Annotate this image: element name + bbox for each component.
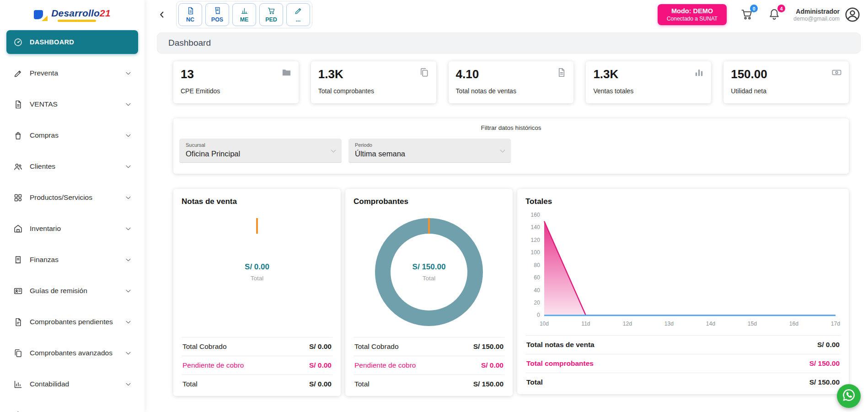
stats-icon <box>694 67 704 78</box>
svg-text:14d: 14d <box>706 321 715 327</box>
charts-row: Notas de venta S/ 0.00 Total T <box>173 189 849 396</box>
summary-row: Pendiente de cobro S/ 0.00 <box>354 356 504 375</box>
sidebar-item-productos-servicios[interactable]: Productos/Servicios <box>6 186 138 209</box>
edit-icon <box>13 69 23 78</box>
user-menu[interactable]: Administrador demo@gmail.com <box>793 8 840 22</box>
svg-text:13d: 13d <box>664 321 674 327</box>
select-value: Última semana <box>355 150 504 158</box>
stat-label: Ventas totales <box>593 87 704 95</box>
sidebar-item-label: Preventa <box>30 69 58 77</box>
sidebar-collapse-button[interactable] <box>157 10 167 20</box>
quick-button-label: NC <box>186 16 194 23</box>
stat-card-utilidad-neta: 150.00 Utilidad neta <box>723 61 849 103</box>
notifications-button[interactable]: 4 <box>768 8 782 21</box>
periodo-select[interactable]: Periodo Última semana <box>348 139 511 163</box>
svg-text:0: 0 <box>537 312 540 318</box>
notas-donut-chart: S/ 0.00 Total <box>182 210 332 334</box>
sidebar-item-comprobantes-pendientes[interactable]: Comprobantes pendientes <box>6 310 138 334</box>
chevron-down-icon <box>125 319 132 326</box>
summary-row: Total comprobantes S/ 150.00 <box>525 354 841 373</box>
quick-button-label: ME <box>240 16 249 23</box>
stat-value: 1.3K <box>318 67 429 81</box>
mode-badge-line1: Modo: DEMO <box>667 7 718 15</box>
sidebar-item-label: Clientes <box>30 162 55 171</box>
quick-button-pos[interactable]: POS <box>205 3 229 26</box>
svg-text:16d: 16d <box>789 321 798 327</box>
notas-venta-card: Notas de venta S/ 0.00 Total T <box>173 189 341 396</box>
app-logo[interactable]: Desarrollo21 <box>0 0 145 29</box>
sidebar-item-compras[interactable]: Compras <box>6 123 138 147</box>
chevron-down-icon <box>125 381 132 388</box>
summary-row: Total notas de venta S/ 0.00 <box>525 335 841 354</box>
avatar[interactable] <box>844 6 861 23</box>
sidebar-item-guias-remision[interactable]: Guías de remisión <box>6 279 138 303</box>
sidebar-item-label: Comprobantes avanzados <box>30 349 113 357</box>
svg-text:12d: 12d <box>623 321 632 327</box>
summary-row: Pendiente de cobro S/ 0.00 <box>182 356 332 375</box>
sidebar-item-finanzas[interactable]: Finanzas <box>6 248 138 272</box>
chevron-down-icon <box>125 101 132 108</box>
cart-badge: 0 <box>750 5 758 12</box>
pencil-icon <box>294 6 303 15</box>
sidebar-item-clientes[interactable]: Clientes <box>6 155 138 178</box>
summary-row: Total Cobrado S/ 150.00 <box>354 337 504 356</box>
svg-text:160: 160 <box>530 212 540 218</box>
chevron-down-icon <box>330 148 337 155</box>
totales-chart-svg: 02040608010012014016010d11d12d13d14d15d1… <box>525 209 841 332</box>
sidebar-item-label: Productos/Servicios <box>30 193 92 202</box>
svg-text:20: 20 <box>534 300 540 306</box>
whatsapp-button[interactable] <box>837 384 861 408</box>
mode-badge-line2: Conectado a SUNAT <box>667 16 718 22</box>
cart-icon <box>267 6 276 15</box>
page-body: Dashboard 13 CPE Emitidos 1.3K Total com… <box>145 29 868 412</box>
quick-button-ped[interactable]: PED <box>259 3 283 26</box>
sidebar-item-inventario[interactable]: Inventario <box>6 217 138 241</box>
topbar: NC POS ME PED ... Modo: DEMO Conectado a… <box>145 0 868 29</box>
summary-row: Total S/ 150.00 <box>525 373 841 391</box>
warehouse-icon <box>13 224 23 234</box>
stat-value: 150.00 <box>731 67 841 81</box>
cart-icon <box>740 14 753 22</box>
sidebar-item-comprobantes-avanzados[interactable]: Comprobantes avanzados <box>6 341 138 365</box>
cart-button[interactable]: 0 <box>740 8 754 21</box>
bar-chart-icon <box>240 6 249 15</box>
stat-value: 1.3K <box>593 67 704 81</box>
quick-button-nc[interactable]: NC <box>178 3 202 26</box>
chart-line-icon <box>13 380 23 389</box>
bell-icon <box>768 14 781 22</box>
donut-total-label: Total <box>413 275 446 282</box>
sidebar-item-dashboard[interactable]: DASHBOARD <box>6 30 138 54</box>
notifications-badge: 4 <box>777 5 785 12</box>
chevron-down-icon <box>125 70 132 77</box>
demo-mode-badge[interactable]: Modo: DEMO Conectado a SUNAT <box>658 4 727 25</box>
svg-text:80: 80 <box>534 262 540 268</box>
users-icon <box>13 162 23 171</box>
quick-actions-group: NC POS ME PED ... <box>176 1 312 28</box>
stat-label: Total notas de ventas <box>456 87 567 95</box>
chevron-down-icon <box>125 163 132 170</box>
chevron-down-icon <box>499 148 506 155</box>
svg-text:11d: 11d <box>581 321 590 327</box>
sidebar-item-preventa[interactable]: Preventa <box>6 61 138 85</box>
stat-card-cpe-emitidos: 13 CPE Emitidos <box>173 61 299 103</box>
page-title-bar: Dashboard <box>157 32 861 54</box>
sidebar-item-ventas[interactable]: VENTAS <box>6 92 138 116</box>
logo-tagline-ribbon <box>58 20 96 22</box>
copy-icon <box>13 348 23 358</box>
quick-button-label: ... <box>296 16 300 23</box>
sucursal-select[interactable]: Sucursal Oficina Principal <box>179 139 342 163</box>
sidebar-item-label: Inventario <box>30 225 61 233</box>
quick-button-more[interactable]: ... <box>286 3 310 26</box>
file-icon <box>556 67 567 78</box>
select-value: Oficina Principal <box>186 150 335 158</box>
stat-value: 4.10 <box>456 67 567 81</box>
sidebar-item-contabilidad[interactable]: Contabilidad <box>6 372 138 396</box>
stat-label: Total comprobantes <box>318 87 429 95</box>
sidebar-item-label: Guías de remisión <box>30 287 87 295</box>
logo-text: Desarrollo <box>51 8 100 18</box>
quick-button-me[interactable]: ME <box>232 3 256 26</box>
chevron-down-icon <box>125 194 132 201</box>
select-label: Sucursal <box>186 142 335 148</box>
sidebar-item-configuracion[interactable]: Configuración y más <box>6 403 138 412</box>
stat-card-total-comprobantes: 1.3K Total comprobantes <box>311 61 436 103</box>
